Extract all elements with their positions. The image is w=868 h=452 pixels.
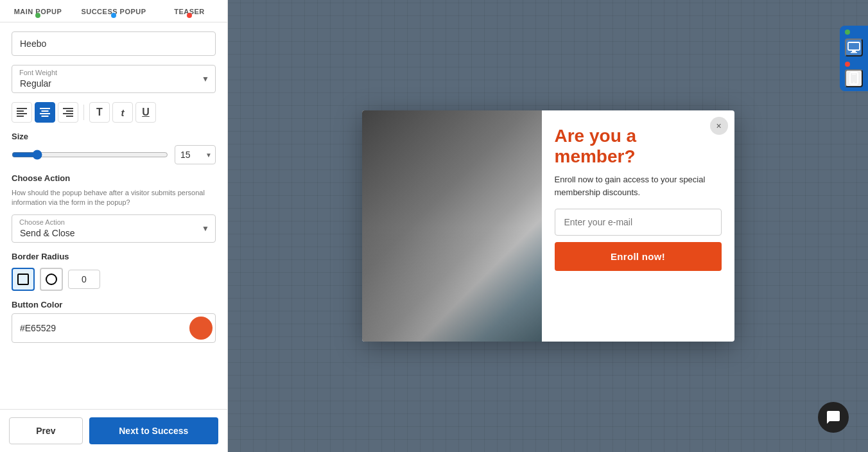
popup-heading: Are you a member? [555, 126, 722, 167]
chat-bubble[interactable] [818, 402, 849, 433]
button-color-section: Button Color [12, 300, 216, 343]
align-right-button[interactable] [58, 102, 78, 123]
tab-teaser-dot [187, 13, 192, 18]
popup-content: × Are you a member? Enroll now to gain a… [542, 110, 734, 342]
size-section: Size ▼ [12, 132, 216, 164]
size-slider[interactable] [12, 150, 168, 160]
svg-rect-10 [63, 113, 73, 114]
desktop-indicator-dot [845, 30, 850, 35]
border-radius-round-button[interactable] [40, 268, 63, 291]
svg-rect-7 [42, 116, 49, 117]
svg-rect-12 [848, 42, 860, 50]
bold-button[interactable]: T [89, 102, 110, 123]
round-corner-icon [46, 274, 57, 285]
tab-success-popup[interactable]: SUCCESS POPUP [76, 0, 152, 22]
align-left-button[interactable] [12, 102, 32, 123]
svg-rect-1 [17, 110, 24, 112]
svg-rect-6 [40, 113, 50, 114]
popup-close-button[interactable]: × [710, 117, 728, 135]
shoe-image [362, 110, 542, 342]
svg-rect-14 [851, 52, 857, 53]
svg-rect-5 [42, 110, 49, 112]
svg-rect-9 [66, 110, 73, 112]
svg-rect-4 [40, 108, 50, 109]
button-color-swatch[interactable] [189, 317, 213, 340]
choose-action-description: How should the popup behave after a visi… [12, 188, 216, 208]
popup-preview: × Are you a member? Enroll now to gain a… [362, 110, 734, 342]
square-corner-icon [17, 274, 29, 285]
size-label: Size [12, 132, 216, 141]
tab-bar: MAIN POPUP SUCCESS POPUP TEASER [0, 0, 227, 22]
svg-rect-11 [66, 116, 73, 117]
border-radius-label: Border Radius [12, 252, 216, 261]
popup-enroll-button[interactable]: Enroll now! [555, 242, 722, 271]
svg-rect-17 [852, 74, 856, 74]
border-radius-input[interactable] [68, 270, 100, 289]
svg-rect-0 [17, 108, 27, 109]
button-color-label: Button Color [12, 300, 216, 309]
popup-subtext: Enroll now to gain access to your specia… [555, 173, 722, 198]
svg-rect-13 [852, 51, 856, 52]
tab-teaser[interactable]: TEASER [152, 0, 227, 22]
mobile-view-button[interactable] [845, 69, 863, 87]
mobile-indicator-dot [845, 62, 850, 67]
choose-action-section: Choose Action How should the popup behav… [12, 173, 216, 243]
align-center-button[interactable] [35, 102, 55, 123]
bottom-bar: Prev Next to Success [0, 409, 227, 452]
choose-action-label: Choose Action [12, 173, 216, 183]
button-color-input[interactable] [12, 317, 187, 340]
left-panel: MAIN POPUP SUCCESS POPUP TEASER Font Wei… [0, 0, 228, 452]
svg-rect-8 [63, 108, 73, 109]
next-button[interactable]: Next to Success [89, 417, 218, 444]
preview-area: × Are you a member? Enroll now to gain a… [228, 0, 868, 452]
svg-rect-3 [17, 116, 24, 117]
choose-action-dropdown[interactable]: Choose Action Send & Close Send Only Clo… [12, 214, 216, 243]
popup-email-input[interactable] [555, 209, 722, 236]
tab-main-popup-dot [35, 13, 40, 18]
format-separator [83, 105, 84, 120]
prev-button[interactable]: Prev [9, 417, 83, 444]
tab-main-popup[interactable]: MAIN POPUP [0, 0, 76, 22]
font-weight-dropdown[interactable]: Font Weight Regular Bold Light ▼ [12, 65, 216, 93]
format-toolbar: T t U [12, 102, 216, 123]
device-toggle [840, 26, 868, 91]
svg-rect-2 [17, 113, 27, 114]
size-number-input[interactable] [175, 145, 216, 164]
popup-image [362, 110, 542, 342]
font-family-input[interactable] [12, 31, 216, 56]
panel-content: Font Weight Regular Bold Light ▼ [0, 22, 227, 409]
underline-button[interactable]: U [135, 102, 156, 123]
italic-button[interactable]: t [112, 102, 133, 123]
svg-point-16 [853, 82, 855, 83]
border-radius-section: Border Radius [12, 252, 216, 291]
desktop-view-button[interactable] [845, 39, 863, 56]
spacer [12, 352, 216, 358]
border-radius-square-button[interactable] [12, 268, 35, 291]
size-input-wrap: ▼ [175, 145, 216, 164]
tab-success-popup-dot [111, 13, 116, 18]
